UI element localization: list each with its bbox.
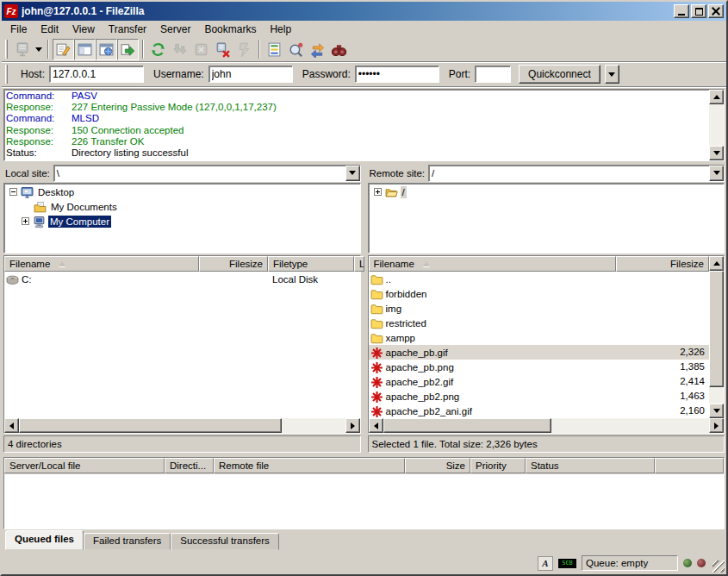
toggle-remote-tree-button[interactable]: [96, 39, 117, 60]
menu-bookmarks[interactable]: Bookmarks: [197, 22, 263, 36]
cancel-button[interactable]: [190, 39, 212, 60]
tree-item-my-computer[interactable]: My Computer: [4, 214, 360, 229]
quickconnect-dropdown[interactable]: [605, 65, 619, 84]
refresh-button[interactable]: [147, 39, 169, 60]
site-manager-icon: [14, 41, 30, 58]
toggle-message-log-button[interactable]: [53, 39, 74, 60]
tab-failed-transfers[interactable]: Failed transfers: [84, 533, 171, 550]
file-type: Local Disk: [268, 274, 354, 285]
menu-help[interactable]: Help: [263, 22, 298, 36]
queue-column-status[interactable]: Status: [526, 458, 655, 473]
queue-column-remote-file[interactable]: Remote file: [214, 458, 405, 473]
expand-icon[interactable]: [22, 217, 29, 225]
remote-file-row[interactable]: ..: [369, 272, 710, 286]
resize-grip[interactable]: [712, 560, 725, 573]
remote-column-filesize[interactable]: Filesize: [616, 256, 709, 272]
host-input[interactable]: [49, 66, 144, 83]
site-manager-dropdown[interactable]: [33, 39, 44, 60]
menu-server[interactable]: Server: [153, 22, 197, 36]
scroll-right-button[interactable]: [709, 418, 724, 433]
close-button[interactable]: [708, 4, 724, 18]
maximize-button[interactable]: [691, 4, 706, 18]
password-input[interactable]: [355, 66, 439, 83]
tree-item-desktop[interactable]: Desktop: [4, 185, 360, 199]
queue-column-server-local-file[interactable]: Server/Local file: [4, 458, 165, 473]
menu-view[interactable]: View: [65, 22, 102, 36]
queue-column-direction[interactable]: Directi...: [165, 458, 214, 473]
scroll-left-button[interactable]: [4, 418, 19, 433]
title-bar[interactable]: Fz john@127.0.0.1 - FileZilla: [2, 2, 726, 21]
toggle-local-tree-button[interactable]: [74, 39, 96, 60]
synchronized-browsing-button[interactable]: [307, 39, 328, 60]
remote-file-row-selected[interactable]: apache_pb.gif 2,326: [369, 345, 710, 360]
remote-site-combobox[interactable]: /: [428, 165, 725, 182]
local-column-filesize[interactable]: Filesize: [199, 256, 268, 272]
scrollbar-thumb[interactable]: [19, 418, 282, 433]
toolbar: [2, 37, 726, 62]
remote-file-row[interactable]: xampp: [369, 330, 710, 345]
queue-column-priority[interactable]: Priority: [470, 458, 526, 473]
scroll-down-button[interactable]: [709, 404, 724, 418]
queue-column-size[interactable]: Size: [405, 458, 470, 473]
find-files-button[interactable]: [328, 39, 350, 60]
scroll-down-button[interactable]: [709, 146, 724, 160]
tree-item-my-documents[interactable]: My Documents: [4, 199, 360, 214]
disconnect-button[interactable]: [212, 39, 233, 60]
open-folder-icon: [385, 186, 398, 198]
local-column-last-modified[interactable]: L: [354, 256, 364, 272]
remote-horizontal-scrollbar[interactable]: [369, 418, 725, 433]
file-name: apache_pb.gif: [386, 347, 448, 358]
tree-item-root[interactable]: /: [369, 185, 725, 199]
directory-listing-filters-button[interactable]: [264, 39, 285, 60]
remote-file-row[interactable]: apache_pb2.gif 2,414: [369, 374, 710, 389]
local-site-combobox[interactable]: \: [53, 165, 361, 182]
remote-file-row[interactable]: restricted: [369, 316, 710, 330]
process-queue-button[interactable]: [169, 39, 190, 60]
tab-successful-transfers[interactable]: Successful transfers: [171, 533, 279, 550]
file-name: xampp: [386, 333, 416, 343]
expand-icon[interactable]: [374, 188, 382, 196]
quickconnect-button[interactable]: Quickconnect: [519, 65, 600, 84]
site-manager-button[interactable]: [11, 39, 33, 60]
local-column-filename[interactable]: Filename: [4, 256, 199, 272]
toolbar-grip[interactable]: [5, 40, 8, 59]
remote-file-row[interactable]: apache_pb.png 1,385: [369, 360, 710, 374]
log-scrollbar[interactable]: [709, 90, 724, 160]
remote-file-row[interactable]: img: [369, 301, 710, 316]
remote-file-row[interactable]: forbidden: [369, 286, 710, 301]
filezilla-logo-icon: Fz: [4, 4, 18, 18]
local-horizontal-scrollbar[interactable]: [4, 418, 360, 433]
log-line: Response:226 Transfer OK: [6, 136, 722, 147]
port-input[interactable]: [475, 66, 511, 83]
minimize-button[interactable]: [674, 4, 689, 18]
menu-transfer[interactable]: Transfer: [102, 22, 153, 36]
reconnect-button[interactable]: [233, 39, 255, 60]
remote-file-row[interactable]: apache_pb2.png 1,463: [369, 389, 710, 404]
scroll-up-button[interactable]: [709, 90, 724, 104]
menu-file[interactable]: File: [3, 22, 34, 36]
remote-column-filename[interactable]: Filename: [369, 256, 617, 272]
tab-queued-files[interactable]: Queued files: [5, 530, 84, 550]
local-site-dropdown[interactable]: [345, 166, 360, 181]
file-size: 1,385: [616, 360, 709, 374]
scroll-up-button[interactable]: [709, 256, 724, 271]
my-computer-icon: [33, 216, 46, 228]
scroll-right-button[interactable]: [345, 418, 360, 433]
file-name: ..: [386, 274, 391, 285]
directory-comparison-button[interactable]: [285, 39, 307, 60]
scrollbar-thumb[interactable]: [709, 271, 724, 387]
username-input[interactable]: [208, 66, 293, 83]
scroll-left-button[interactable]: [369, 418, 383, 433]
menu-edit[interactable]: Edit: [34, 22, 65, 36]
queue-body[interactable]: [4, 474, 724, 529]
toggle-transfer-queue-button[interactable]: [117, 39, 139, 60]
quickbar-grip[interactable]: [5, 65, 8, 84]
remote-site-dropdown[interactable]: [709, 166, 724, 181]
scrollbar-thumb[interactable]: [383, 418, 551, 433]
local-file-row[interactable]: C: Local Disk: [4, 272, 360, 286]
remote-file-row[interactable]: apache_pb2_ani.gif 2,160: [369, 404, 710, 418]
message-log-icon: [55, 41, 72, 58]
remote-vertical-scrollbar[interactable]: [709, 256, 724, 418]
collapse-icon[interactable]: [9, 188, 17, 196]
local-column-filetype[interactable]: Filetype: [268, 256, 354, 272]
